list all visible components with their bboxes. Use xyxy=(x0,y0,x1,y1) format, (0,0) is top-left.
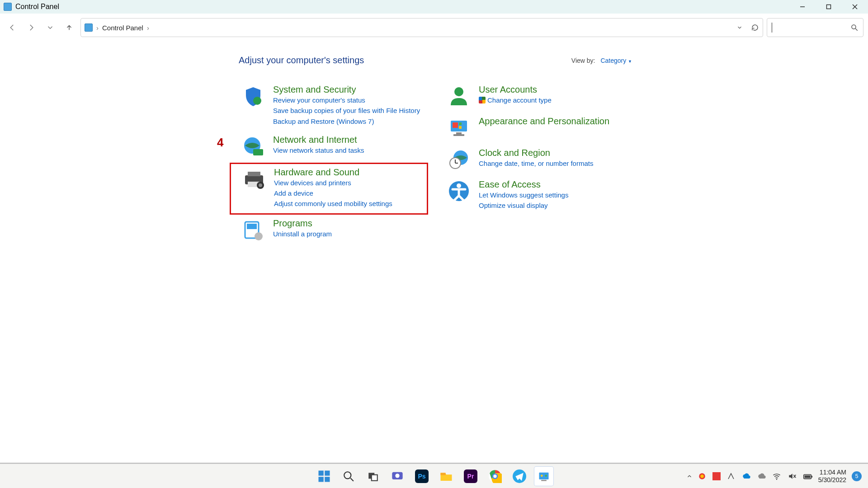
svg-point-32 xyxy=(344,472,351,479)
categories-right-column: User Accounts Change account type Appear… xyxy=(444,83,632,248)
uac-shield-icon xyxy=(479,97,486,103)
battery-icon[interactable] xyxy=(803,471,813,481)
taskbar-app-teams[interactable] xyxy=(388,467,407,486)
category-system-security[interactable]: System and Security Review your computer… xyxy=(239,83,426,128)
svg-point-4 xyxy=(852,25,856,29)
search-input[interactable] xyxy=(767,18,863,37)
svg-rect-19 xyxy=(453,122,458,128)
view-by-selector[interactable]: View by: Category ▼ xyxy=(571,57,632,64)
category-link[interactable]: View devices and printers xyxy=(274,178,423,188)
title-bar: Control Panel xyxy=(0,0,868,14)
taskbar-app-telegram[interactable] xyxy=(510,467,529,486)
content-area: Adjust your computer's settings View by:… xyxy=(0,42,868,248)
category-link[interactable]: Optimize visual display xyxy=(479,200,629,211)
category-clock-region[interactable]: Clock and Region Change date, time, or n… xyxy=(444,146,632,173)
taskbar-app-control-panel[interactable] xyxy=(534,467,553,486)
svg-rect-31 xyxy=(325,477,330,482)
tray-icon[interactable] xyxy=(712,472,721,480)
page-title: Adjust your computer's settings xyxy=(239,55,364,66)
chevron-right-icon: › xyxy=(147,24,149,32)
up-button[interactable] xyxy=(61,20,77,35)
svg-rect-21 xyxy=(459,126,462,129)
category-link[interactable]: Backup and Restore (Windows 7) xyxy=(273,116,424,127)
svg-rect-23 xyxy=(453,134,464,136)
wifi-icon[interactable] xyxy=(772,472,781,481)
address-bar[interactable]: › Control Panel › xyxy=(80,18,763,37)
tray-icon[interactable] xyxy=(727,472,735,480)
taskbar: Ps Pr 11:04 AM 5/30/2022 5 xyxy=(0,464,868,488)
svg-point-13 xyxy=(259,183,262,187)
tray-time: 11:04 AM xyxy=(818,469,846,476)
svg-rect-44 xyxy=(541,480,547,481)
tray-clock[interactable]: 11:04 AM 5/30/2022 xyxy=(818,469,846,484)
category-programs[interactable]: Programs Uninstall a program xyxy=(239,216,426,244)
maximize-button[interactable] xyxy=(816,0,842,14)
category-title[interactable]: Appearance and Personalization xyxy=(479,116,629,127)
recent-locations-button[interactable] xyxy=(42,20,58,35)
svg-rect-38 xyxy=(441,473,446,475)
tray-date: 5/30/2022 xyxy=(818,476,846,484)
minimize-button[interactable] xyxy=(789,0,816,14)
refresh-button[interactable] xyxy=(751,23,759,32)
onedrive-icon[interactable] xyxy=(757,472,766,481)
category-title[interactable]: User Accounts xyxy=(479,84,629,95)
category-title[interactable]: Hardware and Sound xyxy=(274,167,423,178)
back-button[interactable] xyxy=(5,20,20,35)
start-button[interactable] xyxy=(315,467,334,486)
taskbar-app-chrome[interactable] xyxy=(486,467,505,486)
svg-point-49 xyxy=(776,479,777,480)
category-link[interactable]: Change date, time, or number formats xyxy=(479,158,629,169)
category-link[interactable]: Save backup copies of your files with Fi… xyxy=(273,105,424,116)
volume-icon[interactable] xyxy=(788,472,797,481)
view-by-label: View by: xyxy=(571,57,595,64)
taskbar-center-apps: Ps Pr xyxy=(315,467,553,486)
category-hardware-sound[interactable]: Hardware and Sound View devices and prin… xyxy=(239,164,426,212)
close-button[interactable] xyxy=(842,0,868,14)
category-network-internet[interactable]: 4 Network and Internet View network stat… xyxy=(239,133,426,160)
globe-icon xyxy=(241,135,265,158)
taskbar-app-premiere[interactable]: Pr xyxy=(461,467,480,486)
svg-rect-22 xyxy=(456,132,462,134)
category-link[interactable]: Adjust commonly used mobility settings xyxy=(274,198,423,209)
categories-left-column: System and Security Review your computer… xyxy=(239,83,426,248)
control-panel-icon xyxy=(4,3,12,11)
task-view-button[interactable] xyxy=(363,467,382,486)
category-user-accounts[interactable]: User Accounts Change account type xyxy=(444,83,632,110)
taskbar-app-photoshop[interactable]: Ps xyxy=(412,467,431,486)
svg-point-16 xyxy=(255,232,263,240)
category-title[interactable]: Programs xyxy=(273,218,424,229)
printer-icon xyxy=(242,167,266,191)
chevron-down-icon[interactable] xyxy=(736,24,743,31)
svg-rect-15 xyxy=(247,224,257,229)
category-title[interactable]: Clock and Region xyxy=(479,148,629,158)
svg-rect-20 xyxy=(459,122,462,125)
category-appearance-personalization[interactable]: Appearance and Personalization xyxy=(444,114,632,141)
chevron-right-icon: › xyxy=(96,24,99,32)
taskbar-app-explorer[interactable] xyxy=(437,467,456,486)
category-link[interactable]: View network status and tasks xyxy=(273,145,424,155)
monitor-icon xyxy=(447,116,471,140)
category-link[interactable]: Let Windows suggest settings xyxy=(479,190,629,200)
category-title[interactable]: System and Security xyxy=(273,84,424,95)
category-link[interactable]: Review your computer's status xyxy=(273,95,424,105)
accessibility-icon xyxy=(447,179,471,203)
svg-rect-30 xyxy=(319,477,324,482)
svg-point-41 xyxy=(493,474,497,478)
category-title[interactable]: Ease of Access xyxy=(479,179,629,190)
category-ease-of-access[interactable]: Ease of Access Let Windows suggest setti… xyxy=(444,178,632,213)
annotation-number: 4 xyxy=(217,136,223,150)
category-link[interactable]: Add a device xyxy=(274,188,423,198)
category-link[interactable]: Uninstall a program xyxy=(273,229,424,239)
tray-icon[interactable] xyxy=(698,472,706,480)
notifications-button[interactable]: 5 xyxy=(852,471,862,481)
search-button[interactable] xyxy=(339,467,358,486)
svg-rect-28 xyxy=(319,470,324,475)
onedrive-icon[interactable] xyxy=(741,472,750,481)
category-link[interactable]: Change account type xyxy=(479,95,629,105)
shield-icon xyxy=(241,84,265,108)
tray-overflow-button[interactable] xyxy=(686,473,693,479)
breadcrumb[interactable]: Control Panel xyxy=(102,24,143,32)
forward-button[interactable] xyxy=(24,20,39,35)
svg-point-46 xyxy=(545,474,547,477)
category-title[interactable]: Network and Internet xyxy=(273,135,424,145)
